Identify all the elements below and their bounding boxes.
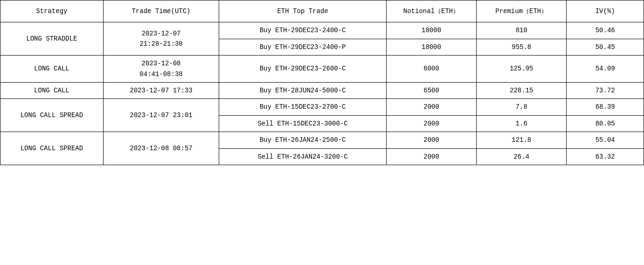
cell-notional: 2000 [386, 115, 476, 132]
cell-notional: 18000 [386, 22, 476, 39]
table-row: LONG STRADDLE2023-12-0721:28-21:30Buy ET… [0, 22, 644, 39]
cell-trade-time: 2023-12-0721:28-21:30 [103, 22, 219, 56]
cell-notional: 2000 [386, 132, 476, 148]
trades-table: Strategy Trade Time(UTC) ETH Top Trade N… [0, 0, 644, 165]
cell-notional: 6000 [386, 56, 476, 83]
cell-trade-name: Buy ETH-15DEC23-2700-C [219, 99, 387, 115]
cell-premium: 26.4 [477, 148, 567, 165]
cell-strategy: LONG CALL [0, 56, 104, 83]
cell-premium: 1.6 [477, 115, 567, 132]
main-container: Strategy Trade Time(UTC) ETH Top Trade N… [0, 0, 644, 165]
cell-trade-time: 2023-12-07 17:33 [103, 82, 219, 98]
cell-trade-name: Buy ETH-26JAN24-2500-C [219, 132, 387, 148]
cell-iv: 50.46 [567, 22, 644, 39]
table-row: LONG CALL2023-12-07 17:33Buy ETH-28JUN24… [0, 82, 644, 98]
cell-trade-name: Buy ETH-28JUN24-5000-C [219, 82, 387, 98]
header-eth-top-trade: ETH Top Trade [219, 0, 387, 22]
cell-iv: 54.09 [567, 56, 644, 83]
cell-trade-name: Buy ETH-29DEC23-2400-P [219, 39, 387, 55]
cell-trade-name: Sell ETH-26JAN24-3200-C [219, 148, 387, 165]
cell-strategy: LONG STRADDLE [0, 22, 104, 56]
header-trade-time: Trade Time(UTC) [103, 0, 219, 22]
cell-premium: 7.8 [477, 99, 567, 115]
cell-premium: 955.8 [477, 39, 567, 55]
table-row: LONG CALL SPREAD2023-12-07 23:01Buy ETH-… [0, 99, 644, 115]
header-iv: IV(%) [567, 0, 644, 22]
header-strategy: Strategy [0, 0, 104, 22]
header-premium: Premium（ETH） [477, 0, 567, 22]
table-row: LONG CALL SPREAD2023-12-08 08:57Buy ETH-… [0, 132, 644, 148]
cell-trade-name: Buy ETH-29DEC23-2600-C [219, 56, 387, 83]
cell-iv: 50.45 [567, 39, 644, 55]
cell-premium: 228.15 [477, 82, 567, 98]
cell-trade-time: 2023-12-0804:41-08:38 [103, 56, 219, 83]
cell-premium: 121.8 [477, 132, 567, 148]
cell-notional: 18000 [386, 39, 476, 55]
cell-notional: 6500 [386, 82, 476, 98]
cell-premium: 125.95 [477, 56, 567, 83]
cell-trade-time: 2023-12-08 08:57 [103, 132, 219, 165]
cell-trade-name: Buy ETH-29DEC23-2400-C [219, 22, 387, 39]
cell-trade-time: 2023-12-07 23:01 [103, 99, 219, 132]
cell-iv: 73.72 [567, 82, 644, 98]
cell-strategy: LONG CALL SPREAD [0, 99, 104, 132]
cell-notional: 2000 [386, 148, 476, 165]
cell-strategy: LONG CALL SPREAD [0, 132, 104, 165]
cell-iv: 80.05 [567, 115, 644, 132]
cell-trade-name: Sell ETH-15DEC23-3000-C [219, 115, 387, 132]
table-row: LONG CALL2023-12-0804:41-08:38Buy ETH-29… [0, 56, 644, 83]
cell-iv: 68.39 [567, 99, 644, 115]
cell-iv: 63.32 [567, 148, 644, 165]
cell-iv: 55.04 [567, 132, 644, 148]
header-notional: Notional（ETH） [386, 0, 476, 22]
cell-strategy: LONG CALL [0, 82, 104, 98]
cell-premium: 810 [477, 22, 567, 39]
header-row: Strategy Trade Time(UTC) ETH Top Trade N… [0, 0, 644, 22]
cell-notional: 2000 [386, 99, 476, 115]
